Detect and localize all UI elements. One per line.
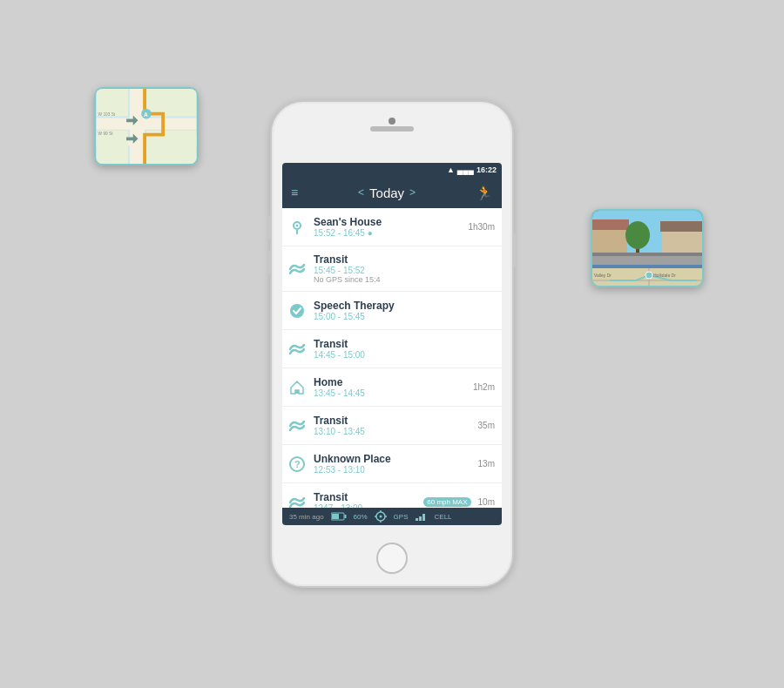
svg-point-26 — [645, 272, 652, 279]
svg-rect-32 — [295, 390, 299, 394]
map-popup-left[interactable]: W 103 St W 99 St A — [94, 87, 199, 165]
unknown-place-icon: ? — [289, 456, 305, 472]
item-name: Speech Therapy — [314, 300, 488, 312]
transit-icon-col — [287, 419, 307, 433]
check-icon-col — [287, 303, 307, 319]
svg-text:W 103 St: W 103 St — [98, 112, 116, 117]
home-button[interactable] — [376, 543, 408, 574]
item-info: Unknown Place 12:53 - 13:10 — [314, 453, 471, 475]
svg-text:W 99 St: W 99 St — [98, 132, 114, 136]
map-popup-right[interactable]: Hollidale Dr Valley Dr — [591, 209, 704, 287]
menu-icon[interactable]: ≡ — [291, 185, 298, 199]
svg-point-39 — [379, 516, 382, 518]
scene: W 103 St W 99 St A — [0, 0, 784, 688]
list-item[interactable]: ? Unknown Place 12:53 - 13:10 13m — [282, 445, 502, 483]
last-update-time: 35 min ago — [289, 513, 324, 521]
vol-down-button[interactable] — [268, 250, 271, 274]
item-time: 15:00 - 15:45 — [314, 312, 488, 321]
status-time: 16:22 — [476, 165, 497, 174]
list-item[interactable]: Transit 14:45 - 15:00 — [282, 330, 502, 368]
item-name: Transit — [314, 415, 471, 427]
item-sub: No GPS since 15:4 — [314, 275, 488, 284]
list-item[interactable]: Sean's House 15:52 - 16:45 ● 1h30m — [282, 208, 502, 246]
phone: ▲ ▄▄▄ 16:22 ≡ < Today > 🏃 — [270, 100, 514, 588]
place-icon-col — [287, 219, 307, 235]
svg-rect-46 — [422, 514, 425, 521]
signal-bars: ▄▄▄ — [457, 165, 474, 174]
item-name: Sean's House — [314, 216, 461, 228]
battery-label: 60% — [354, 513, 368, 521]
transit-4-right: 60 mph MAX 10m — [423, 497, 495, 507]
gps-icon — [375, 510, 387, 523]
speaker — [370, 126, 414, 132]
transit-icon-col — [287, 262, 307, 276]
item-duration: 1h2m — [473, 382, 495, 392]
svg-rect-36 — [344, 515, 346, 518]
item-name: Unknown Place — [314, 453, 471, 465]
cell-signal-icon — [416, 512, 428, 521]
nav-prev-button[interactable]: < — [358, 186, 364, 199]
power-button[interactable] — [513, 233, 516, 267]
svg-rect-44 — [416, 518, 418, 521]
gps-label: GPS — [394, 513, 409, 521]
vol-up-button[interactable] — [268, 215, 271, 239]
item-info: Transit 15:45 - 15:52 No GPS since 15:4 — [314, 253, 488, 284]
item-name: Home — [314, 376, 466, 388]
list-item[interactable]: Speech Therapy 15:00 - 15:45 — [282, 292, 502, 330]
home-icon — [289, 380, 305, 395]
svg-rect-37 — [332, 514, 339, 519]
transit-icon — [288, 496, 306, 509]
list-item[interactable]: Transit 1247 - 13:00 60 mph MAX 10m — [282, 483, 502, 508]
item-time: 12:53 - 13:10 — [314, 465, 471, 475]
date-label: Today — [369, 185, 404, 200]
transit-icon — [288, 342, 306, 356]
item-duration: 10m — [478, 497, 495, 507]
item-name: Transit — [314, 253, 488, 266]
header-title: < Today > — [358, 185, 416, 200]
app-screen: ▲ ▄▄▄ 16:22 ≡ < Today > 🏃 — [282, 163, 502, 525]
svg-text:Hollidale Dr: Hollidale Dr — [653, 273, 676, 278]
place-icon — [289, 219, 305, 235]
svg-point-18 — [625, 221, 650, 249]
svg-text:?: ? — [294, 459, 301, 469]
item-duration: 13m — [478, 459, 495, 469]
item-time: 15:45 - 15:52 — [314, 266, 488, 275]
item-name: Transit — [314, 338, 488, 350]
list-item[interactable]: Transit 13:10 - 13:45 35m — [282, 407, 502, 445]
status-bar: ▲ ▄▄▄ 16:22 — [282, 163, 502, 177]
list-item[interactable]: Home 13:45 - 14:45 1h2m — [282, 368, 502, 407]
unknown-icon-col: ? — [287, 456, 307, 472]
status-footer: 35 min ago 60% — [282, 508, 502, 525]
battery-icon — [331, 512, 347, 521]
activity-icon[interactable]: 🏃 — [476, 185, 493, 201]
list-item[interactable]: Transit 15:45 - 15:52 No GPS since 15:4 — [282, 246, 502, 292]
item-time: 15:52 - 16:45 ● — [314, 228, 461, 238]
phone-screen: ▲ ▄▄▄ 16:22 ≡ < Today > 🏃 — [282, 163, 502, 525]
item-time: 13:45 - 14:45 — [314, 388, 466, 398]
wifi-icon: ▲ — [447, 165, 455, 174]
item-time: 14:45 - 15:00 — [314, 350, 488, 360]
item-info: Transit 14:45 - 15:00 — [314, 338, 488, 360]
cell-label: CELL — [435, 513, 452, 521]
svg-rect-20 — [660, 221, 704, 232]
transit-icon — [288, 419, 306, 433]
item-duration: 1h30m — [468, 222, 495, 232]
svg-rect-2 — [97, 118, 197, 129]
speed-badge: 60 mph MAX — [423, 497, 470, 507]
svg-point-31 — [290, 304, 304, 318]
transit-icon-col — [287, 496, 307, 509]
app-header: ≡ < Today > 🏃 — [282, 177, 502, 208]
svg-text:Valley Dr: Valley Dr — [594, 273, 612, 278]
timeline-list: Sean's House 15:52 - 16:45 ● 1h30m — [282, 208, 502, 508]
svg-point-30 — [296, 224, 299, 226]
item-info: Transit 1247 - 13:00 — [314, 491, 416, 508]
item-info: Home 13:45 - 14:45 — [314, 376, 466, 398]
item-info: Sean's House 15:52 - 16:45 ● — [314, 216, 461, 238]
transit-icon-col — [287, 342, 307, 356]
item-duration: 35m — [478, 421, 495, 430]
camera — [389, 118, 395, 125]
svg-rect-16 — [592, 219, 629, 230]
svg-text:A: A — [144, 111, 148, 118]
item-info: Transit 13:10 - 13:45 — [314, 415, 471, 436]
nav-next-button[interactable]: > — [409, 186, 416, 199]
